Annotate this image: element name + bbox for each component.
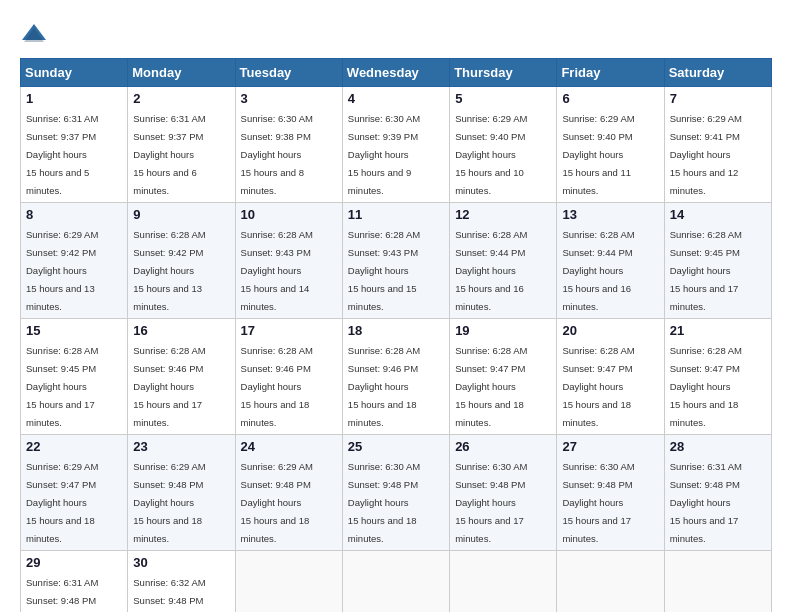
day-number: 4: [348, 91, 444, 106]
day-number: 25: [348, 439, 444, 454]
day-info: Sunrise: 6:28 AMSunset: 9:46 PMDaylight …: [241, 345, 313, 428]
weekday-header-saturday: Saturday: [664, 59, 771, 87]
day-info: Sunrise: 6:30 AMSunset: 9:39 PMDaylight …: [348, 113, 420, 196]
day-info: Sunrise: 6:29 AMSunset: 9:41 PMDaylight …: [670, 113, 742, 196]
day-info: Sunrise: 6:30 AMSunset: 9:38 PMDaylight …: [241, 113, 313, 196]
calendar-cell: [450, 551, 557, 613]
day-info: Sunrise: 6:30 AMSunset: 9:48 PMDaylight …: [562, 461, 634, 544]
calendar-cell: 20 Sunrise: 6:28 AMSunset: 9:47 PMDaylig…: [557, 319, 664, 435]
day-number: 3: [241, 91, 337, 106]
day-info: Sunrise: 6:29 AMSunset: 9:40 PMDaylight …: [562, 113, 634, 196]
calendar-cell: 22 Sunrise: 6:29 AMSunset: 9:47 PMDaylig…: [21, 435, 128, 551]
day-number: 17: [241, 323, 337, 338]
calendar-week-row: 22 Sunrise: 6:29 AMSunset: 9:47 PMDaylig…: [21, 435, 772, 551]
calendar-week-row: 29 Sunrise: 6:31 AMSunset: 9:48 PMDaylig…: [21, 551, 772, 613]
calendar-cell: 1 Sunrise: 6:31 AMSunset: 9:37 PMDayligh…: [21, 87, 128, 203]
day-number: 22: [26, 439, 122, 454]
calendar-cell: [342, 551, 449, 613]
calendar-cell: 13 Sunrise: 6:28 AMSunset: 9:44 PMDaylig…: [557, 203, 664, 319]
calendar-cell: 16 Sunrise: 6:28 AMSunset: 9:46 PMDaylig…: [128, 319, 235, 435]
calendar-week-row: 15 Sunrise: 6:28 AMSunset: 9:45 PMDaylig…: [21, 319, 772, 435]
logo: [20, 20, 52, 48]
logo-icon: [20, 20, 48, 48]
weekday-header-row: SundayMondayTuesdayWednesdayThursdayFrid…: [21, 59, 772, 87]
day-number: 24: [241, 439, 337, 454]
day-number: 16: [133, 323, 229, 338]
day-number: 30: [133, 555, 229, 570]
calendar-cell: 26 Sunrise: 6:30 AMSunset: 9:48 PMDaylig…: [450, 435, 557, 551]
calendar-cell: 15 Sunrise: 6:28 AMSunset: 9:45 PMDaylig…: [21, 319, 128, 435]
calendar-cell: 30 Sunrise: 6:32 AMSunset: 9:48 PMDaylig…: [128, 551, 235, 613]
day-number: 2: [133, 91, 229, 106]
day-number: 8: [26, 207, 122, 222]
calendar-cell: 9 Sunrise: 6:28 AMSunset: 9:42 PMDayligh…: [128, 203, 235, 319]
day-number: 10: [241, 207, 337, 222]
calendar-cell: 18 Sunrise: 6:28 AMSunset: 9:46 PMDaylig…: [342, 319, 449, 435]
day-number: 26: [455, 439, 551, 454]
calendar-cell: [235, 551, 342, 613]
day-number: 7: [670, 91, 766, 106]
day-number: 14: [670, 207, 766, 222]
day-info: Sunrise: 6:28 AMSunset: 9:43 PMDaylight …: [241, 229, 313, 312]
calendar-cell: 24 Sunrise: 6:29 AMSunset: 9:48 PMDaylig…: [235, 435, 342, 551]
calendar-cell: 2 Sunrise: 6:31 AMSunset: 9:37 PMDayligh…: [128, 87, 235, 203]
day-info: Sunrise: 6:32 AMSunset: 9:48 PMDaylight …: [133, 577, 205, 612]
day-info: Sunrise: 6:28 AMSunset: 9:47 PMDaylight …: [455, 345, 527, 428]
day-number: 9: [133, 207, 229, 222]
calendar-cell: 27 Sunrise: 6:30 AMSunset: 9:48 PMDaylig…: [557, 435, 664, 551]
day-number: 1: [26, 91, 122, 106]
weekday-header-friday: Friday: [557, 59, 664, 87]
calendar-week-row: 8 Sunrise: 6:29 AMSunset: 9:42 PMDayligh…: [21, 203, 772, 319]
day-number: 5: [455, 91, 551, 106]
calendar-cell: 8 Sunrise: 6:29 AMSunset: 9:42 PMDayligh…: [21, 203, 128, 319]
day-number: 11: [348, 207, 444, 222]
day-info: Sunrise: 6:31 AMSunset: 9:48 PMDaylight …: [670, 461, 742, 544]
calendar-cell: 7 Sunrise: 6:29 AMSunset: 9:41 PMDayligh…: [664, 87, 771, 203]
calendar-cell: 11 Sunrise: 6:28 AMSunset: 9:43 PMDaylig…: [342, 203, 449, 319]
day-number: 12: [455, 207, 551, 222]
calendar-cell: 12 Sunrise: 6:28 AMSunset: 9:44 PMDaylig…: [450, 203, 557, 319]
day-number: 23: [133, 439, 229, 454]
calendar-cell: 23 Sunrise: 6:29 AMSunset: 9:48 PMDaylig…: [128, 435, 235, 551]
day-info: Sunrise: 6:31 AMSunset: 9:37 PMDaylight …: [133, 113, 205, 196]
day-number: 6: [562, 91, 658, 106]
calendar-cell: 14 Sunrise: 6:28 AMSunset: 9:45 PMDaylig…: [664, 203, 771, 319]
calendar-cell: 17 Sunrise: 6:28 AMSunset: 9:46 PMDaylig…: [235, 319, 342, 435]
day-info: Sunrise: 6:29 AMSunset: 9:48 PMDaylight …: [133, 461, 205, 544]
day-info: Sunrise: 6:28 AMSunset: 9:47 PMDaylight …: [562, 345, 634, 428]
calendar-cell: 19 Sunrise: 6:28 AMSunset: 9:47 PMDaylig…: [450, 319, 557, 435]
calendar-cell: 5 Sunrise: 6:29 AMSunset: 9:40 PMDayligh…: [450, 87, 557, 203]
day-info: Sunrise: 6:31 AMSunset: 9:48 PMDaylight …: [26, 577, 98, 612]
weekday-header-wednesday: Wednesday: [342, 59, 449, 87]
weekday-header-monday: Monday: [128, 59, 235, 87]
day-info: Sunrise: 6:29 AMSunset: 9:47 PMDaylight …: [26, 461, 98, 544]
calendar-cell: 25 Sunrise: 6:30 AMSunset: 9:48 PMDaylig…: [342, 435, 449, 551]
calendar-cell: 6 Sunrise: 6:29 AMSunset: 9:40 PMDayligh…: [557, 87, 664, 203]
day-info: Sunrise: 6:29 AMSunset: 9:48 PMDaylight …: [241, 461, 313, 544]
day-info: Sunrise: 6:28 AMSunset: 9:46 PMDaylight …: [133, 345, 205, 428]
calendar-week-row: 1 Sunrise: 6:31 AMSunset: 9:37 PMDayligh…: [21, 87, 772, 203]
day-info: Sunrise: 6:30 AMSunset: 9:48 PMDaylight …: [455, 461, 527, 544]
day-info: Sunrise: 6:28 AMSunset: 9:44 PMDaylight …: [455, 229, 527, 312]
day-info: Sunrise: 6:28 AMSunset: 9:46 PMDaylight …: [348, 345, 420, 428]
page-header: [20, 20, 772, 48]
day-number: 27: [562, 439, 658, 454]
calendar-table: SundayMondayTuesdayWednesdayThursdayFrid…: [20, 58, 772, 612]
calendar-cell: [664, 551, 771, 613]
calendar-cell: 4 Sunrise: 6:30 AMSunset: 9:39 PMDayligh…: [342, 87, 449, 203]
day-number: 29: [26, 555, 122, 570]
day-info: Sunrise: 6:29 AMSunset: 9:42 PMDaylight …: [26, 229, 98, 312]
calendar-cell: 3 Sunrise: 6:30 AMSunset: 9:38 PMDayligh…: [235, 87, 342, 203]
day-number: 15: [26, 323, 122, 338]
calendar-cell: 10 Sunrise: 6:28 AMSunset: 9:43 PMDaylig…: [235, 203, 342, 319]
day-number: 19: [455, 323, 551, 338]
day-number: 13: [562, 207, 658, 222]
day-number: 18: [348, 323, 444, 338]
day-info: Sunrise: 6:28 AMSunset: 9:45 PMDaylight …: [26, 345, 98, 428]
day-info: Sunrise: 6:28 AMSunset: 9:44 PMDaylight …: [562, 229, 634, 312]
day-info: Sunrise: 6:28 AMSunset: 9:47 PMDaylight …: [670, 345, 742, 428]
weekday-header-sunday: Sunday: [21, 59, 128, 87]
day-info: Sunrise: 6:28 AMSunset: 9:43 PMDaylight …: [348, 229, 420, 312]
calendar-cell: 28 Sunrise: 6:31 AMSunset: 9:48 PMDaylig…: [664, 435, 771, 551]
weekday-header-thursday: Thursday: [450, 59, 557, 87]
